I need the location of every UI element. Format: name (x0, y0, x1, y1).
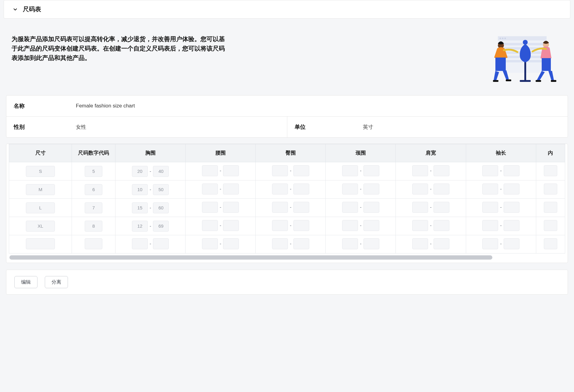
shoulder-to-input[interactable] (434, 220, 449, 231)
neck-to-input[interactable] (363, 220, 379, 231)
horizontal-scrollbar[interactable] (9, 255, 565, 260)
waist-to-input[interactable] (223, 202, 239, 213)
inseam-range (539, 220, 562, 231)
neck-to-input[interactable] (363, 184, 379, 194)
sleeve-from-input[interactable] (482, 220, 498, 231)
bust-from-input[interactable]: 12 (132, 221, 148, 232)
size-chart-table-scroll[interactable]: 尺寸尺码数字代码胸围腰围臀围颈围肩宽袖长内 S520-40-----M610-5… (6, 144, 568, 254)
neck-to-input[interactable] (363, 165, 379, 176)
hip-from-input[interactable] (272, 165, 288, 176)
bust-to-input[interactable]: 40 (153, 166, 169, 177)
hip-from-input[interactable] (272, 184, 288, 194)
size-input[interactable]: XL (26, 221, 55, 232)
neck-from-input[interactable] (342, 202, 358, 213)
waist-to-input[interactable] (223, 220, 239, 231)
code-input[interactable] (85, 238, 102, 249)
size-input[interactable]: M (26, 184, 55, 195)
inseam-from-input[interactable] (544, 184, 557, 194)
table-cell-size: XL (9, 217, 72, 235)
range-separator: - (360, 205, 361, 210)
bust-to-input[interactable]: 60 (153, 202, 169, 213)
inseam-from-input[interactable] (544, 165, 557, 176)
neck-to-input[interactable] (363, 202, 379, 213)
sleeve-range: - (469, 220, 533, 231)
hip-range: - (258, 202, 323, 213)
bust-to-input[interactable] (153, 238, 169, 249)
svg-rect-14 (495, 58, 506, 71)
shoulder-to-input[interactable] (434, 202, 449, 213)
code-input[interactable]: 8 (85, 221, 102, 232)
waist-from-input[interactable] (202, 220, 218, 231)
bust-from-input[interactable]: 10 (132, 184, 148, 195)
meta-name-label: 名称 (14, 102, 69, 110)
sleeve-to-input[interactable] (504, 184, 519, 194)
shoulder-from-input[interactable] (412, 184, 428, 194)
neck-from-input[interactable] (342, 184, 358, 194)
shoulder-from-input[interactable] (412, 238, 428, 249)
waist-from-input[interactable] (202, 165, 218, 176)
waist-to-input[interactable] (223, 165, 239, 176)
intro-row: 为服装产品添加尺码表可以提高转化率，减少退货，并改善用户体验。您可以基于此产品的… (6, 25, 568, 95)
hip-to-input[interactable] (293, 238, 309, 249)
hip-to-input[interactable] (293, 202, 309, 213)
shoulder-from-input[interactable] (412, 202, 428, 213)
shoulder-to-input[interactable] (434, 165, 449, 176)
svg-point-3 (502, 38, 504, 39)
shoulder-to-input[interactable] (434, 238, 449, 249)
inseam-from-input[interactable] (544, 238, 557, 249)
shoulder-to-input[interactable] (434, 184, 449, 194)
scrollbar-thumb[interactable] (9, 255, 492, 260)
bust-to-input[interactable]: 50 (153, 184, 169, 195)
neck-to-input[interactable] (363, 238, 379, 249)
bust-to-input[interactable]: 69 (153, 221, 169, 232)
detach-button[interactable]: 分离 (45, 276, 68, 288)
size-chart-table-card: 尺寸尺码数字代码胸围腰围臀围颈围肩宽袖长内 S520-40-----M610-5… (6, 144, 568, 263)
sleeve-from-input[interactable] (482, 184, 498, 194)
neck-from-input[interactable] (342, 220, 358, 231)
size-chart-accordion-header[interactable]: 尺码表 (4, 0, 570, 19)
waist-from-input[interactable] (202, 238, 218, 249)
table-cell-neck: - (326, 180, 396, 199)
sleeve-from-input[interactable] (482, 202, 498, 213)
bust-from-input[interactable]: 15 (132, 202, 148, 213)
table-cell-sleeve: - (466, 217, 536, 235)
code-input[interactable]: 6 (85, 184, 102, 195)
neck-from-input[interactable] (342, 165, 358, 176)
bust-from-input[interactable]: 20 (132, 166, 148, 177)
edit-button[interactable]: 编辑 (14, 276, 37, 288)
sleeve-from-input[interactable] (482, 238, 498, 249)
waist-to-input[interactable] (223, 238, 239, 249)
sleeve-to-input[interactable] (504, 202, 519, 213)
waist-to-input[interactable] (223, 184, 239, 194)
table-cell-code: 7 (72, 199, 115, 217)
sleeve-to-input[interactable] (504, 238, 519, 249)
sleeve-to-input[interactable] (504, 220, 519, 231)
waist-from-input[interactable] (202, 202, 218, 213)
hip-from-input[interactable] (272, 202, 288, 213)
hip-to-input[interactable] (293, 220, 309, 231)
hip-to-input[interactable] (293, 165, 309, 176)
sleeve-to-input[interactable] (504, 165, 519, 176)
waist-range: - (188, 184, 253, 194)
waist-from-input[interactable] (202, 184, 218, 194)
inseam-from-input[interactable] (544, 220, 557, 231)
hip-to-input[interactable] (293, 184, 309, 194)
range-separator: - (500, 223, 501, 228)
shoulder-from-input[interactable] (412, 220, 428, 231)
svg-point-2 (500, 38, 501, 39)
table-cell-code: 5 (72, 162, 115, 180)
size-input[interactable] (26, 238, 55, 249)
size-input[interactable]: S (26, 166, 55, 177)
bust-from-input[interactable] (132, 238, 148, 249)
shoulder-range: - (398, 220, 463, 231)
shoulder-from-input[interactable] (412, 165, 428, 176)
column-header-waist: 腰围 (186, 144, 256, 162)
hip-from-input[interactable] (272, 238, 288, 249)
inseam-from-input[interactable] (544, 202, 557, 213)
code-input[interactable]: 5 (85, 166, 102, 177)
hip-from-input[interactable] (272, 220, 288, 231)
size-input[interactable]: L (26, 202, 55, 213)
code-input[interactable]: 7 (85, 202, 102, 213)
sleeve-from-input[interactable] (482, 165, 498, 176)
neck-from-input[interactable] (342, 238, 358, 249)
